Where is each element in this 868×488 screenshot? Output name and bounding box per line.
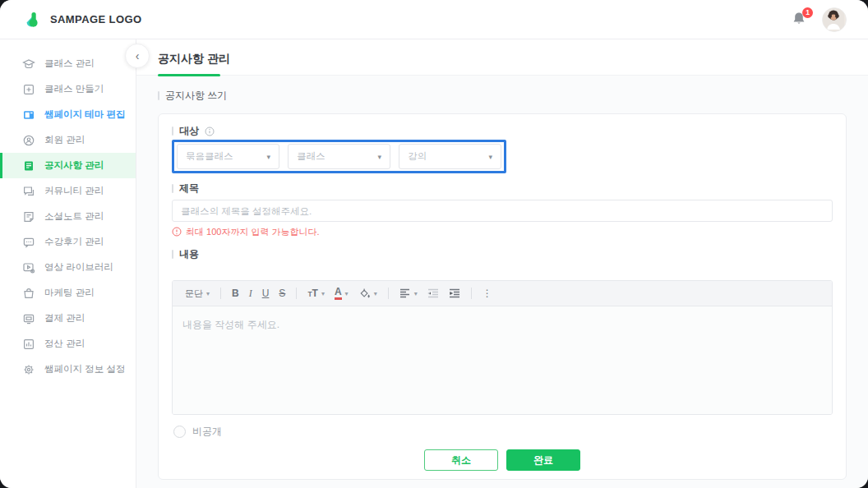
sidebar-item-theme-edit[interactable]: 쌤페이지 테마 편집 xyxy=(0,102,136,127)
notice-content-textarea[interactable]: 내용을 작성해 주세요. xyxy=(173,306,832,414)
graduation-cap-icon xyxy=(22,58,35,71)
payment-card-icon xyxy=(22,312,35,325)
info-icon xyxy=(205,127,215,136)
indent-button[interactable] xyxy=(445,284,464,302)
toolbar-divider xyxy=(220,288,221,299)
chevron-down-icon: ▾ xyxy=(321,290,325,297)
class-dropdown[interactable]: 클래스 ▾ xyxy=(288,144,390,169)
font-size-button[interactable]: TT ▾ xyxy=(303,284,329,302)
sidebar-item-settlement-management[interactable]: 정산 관리 xyxy=(0,331,136,357)
sidebar-item-label: 결제 관리 xyxy=(44,312,85,325)
highlight-color-button[interactable]: ▾ xyxy=(354,284,381,302)
chevron-down-icon: ▾ xyxy=(206,290,210,297)
notification-bell-button[interactable]: 1 xyxy=(791,11,809,29)
target-dropdowns-highlight: 묶음클래스 ▾ 클래스 ▾ 강의 ▾ xyxy=(172,140,506,173)
label-divider xyxy=(172,127,173,136)
sampage-logo-icon xyxy=(23,10,43,30)
section-title: 공지사항 쓰기 xyxy=(158,89,868,103)
underline-button[interactable]: U xyxy=(258,284,274,302)
paint-bucket-icon xyxy=(358,288,371,300)
private-radio-label: 비공개 xyxy=(192,425,222,439)
content-field-label: 내용 xyxy=(172,248,833,260)
sidebar-item-label: 쌤페이지 정보 설정 xyxy=(44,363,125,375)
font-color-button[interactable]: A ▾ xyxy=(330,284,353,302)
toolbar-divider xyxy=(388,288,389,299)
indent-icon xyxy=(449,288,460,298)
chevron-down-icon: ▾ xyxy=(488,153,492,161)
community-chat-icon xyxy=(22,185,35,198)
sidebar-item-page-info-settings[interactable]: 쌤페이지 정보 설정 xyxy=(0,357,136,382)
sidebar-item-create-class[interactable]: 클래스 만들기 xyxy=(0,76,136,102)
warning-icon xyxy=(172,227,182,237)
gear-icon xyxy=(22,363,35,376)
sidebar-item-marketing-management[interactable]: 마케팅 관리 xyxy=(0,280,136,306)
sidebar-item-label: 클래스 만들기 xyxy=(44,83,104,95)
submit-button[interactable]: 완료 xyxy=(506,449,580,471)
sidebar-item-label: 공지사항 관리 xyxy=(44,159,104,172)
sidebar-item-label: 쌤페이지 테마 편집 xyxy=(44,108,125,121)
cancel-button[interactable]: 취소 xyxy=(424,449,498,471)
settlement-chart-icon xyxy=(22,338,35,351)
private-option-row: 비공개 xyxy=(173,425,833,438)
sidebar-item-notice-management[interactable]: 공지사항 관리 xyxy=(0,153,136,178)
more-options-button[interactable]: ⋮ xyxy=(478,284,496,302)
sidebar-item-social-note-management[interactable]: 소셜노트 관리 xyxy=(0,204,136,229)
note-icon xyxy=(22,210,35,223)
topbar: SAMPAGE LOGO 1 xyxy=(0,0,868,39)
sidebar-item-label: 커뮤니티 관리 xyxy=(44,185,104,197)
sidebar-item-video-library[interactable]: 영상 라이브러리 xyxy=(0,255,136,280)
bundle-class-dropdown[interactable]: 묶음클래스 ▾ xyxy=(177,144,279,169)
sidebar-item-label: 회원 관리 xyxy=(44,134,85,146)
lecture-dropdown[interactable]: 강의 ▾ xyxy=(399,144,501,169)
main-content: ‹ 공지사항 관리 공지사항 쓰기 대상 xyxy=(136,39,868,488)
toolbar-divider xyxy=(471,288,472,299)
topbar-right: 1 xyxy=(791,7,847,32)
notice-form-card: 대상 묶음클래스 ▾ 클래스 xyxy=(158,113,847,480)
outdent-button[interactable] xyxy=(423,284,443,302)
editor-toolbar: 문단 ▾ B I U S TT ▾ xyxy=(173,281,832,306)
title-field-label: 제목 xyxy=(172,182,833,195)
sidebar: 클래스 관리 클래스 만들기 쌤페이지 테마 xyxy=(0,39,136,488)
review-comment-icon xyxy=(22,236,35,249)
video-library-icon xyxy=(22,261,35,274)
align-button[interactable]: ▾ xyxy=(395,284,422,302)
brand-name: SAMPAGE LOGO xyxy=(50,13,141,25)
notice-list-icon xyxy=(22,159,35,173)
toolbar-divider xyxy=(296,288,297,299)
chevron-down-icon: ▾ xyxy=(374,290,377,297)
align-left-icon xyxy=(399,288,411,298)
member-icon xyxy=(22,134,35,147)
chevron-down-icon: ▾ xyxy=(266,153,270,161)
app-window: SAMPAGE LOGO 1 xyxy=(0,0,868,488)
sidebar-collapse-button[interactable]: ‹ xyxy=(125,44,150,68)
outdent-icon xyxy=(427,288,439,298)
chevron-down-icon: ▾ xyxy=(345,290,349,297)
notice-title-input[interactable] xyxy=(172,200,833,222)
sidebar-item-review-management[interactable]: 수강후기 관리 xyxy=(0,229,136,255)
sidebar-item-label: 정산 관리 xyxy=(44,338,85,350)
notification-badge: 1 xyxy=(802,7,813,18)
sidebar-item-community-management[interactable]: 커뮤니티 관리 xyxy=(0,178,136,204)
label-divider xyxy=(172,250,173,259)
sidebar-item-class-management[interactable]: 클래스 관리 xyxy=(0,51,136,76)
title-warning: 최대 100자까지 입력 가능합니다. xyxy=(172,226,833,237)
theme-layout-icon xyxy=(22,108,35,122)
sidebar-item-member-management[interactable]: 회원 관리 xyxy=(0,127,136,153)
strikethrough-button[interactable]: S xyxy=(275,284,289,302)
label-divider xyxy=(172,184,173,193)
sidebar-item-label: 영상 라이브러리 xyxy=(44,261,113,274)
bold-button[interactable]: B xyxy=(228,284,243,302)
user-avatar[interactable] xyxy=(822,7,847,32)
sidebar-item-payment-management[interactable]: 결제 관리 xyxy=(0,306,136,331)
marketing-bag-icon xyxy=(22,287,35,300)
chevron-down-icon: ▾ xyxy=(414,290,418,297)
paragraph-style-button[interactable]: 문단 ▾ xyxy=(181,284,214,302)
brand-logo[interactable]: SAMPAGE LOGO xyxy=(23,10,141,30)
sidebar-item-label: 클래스 관리 xyxy=(44,58,95,70)
target-field-label: 대상 xyxy=(172,125,833,137)
add-square-icon xyxy=(22,83,35,96)
private-radio[interactable] xyxy=(173,426,186,438)
label-divider xyxy=(158,91,159,100)
italic-button[interactable]: I xyxy=(245,284,256,302)
page-title: 공지사항 관리 xyxy=(158,52,868,67)
